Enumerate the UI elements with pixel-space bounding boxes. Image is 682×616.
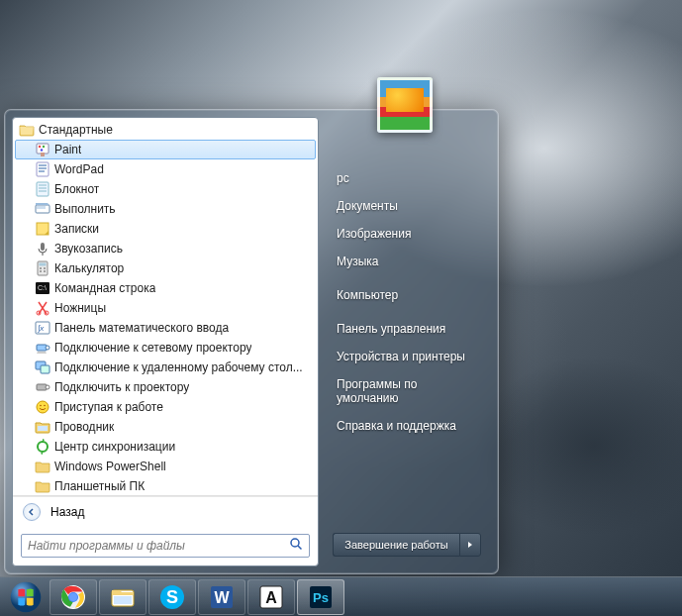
search-input[interactable] (28, 539, 289, 553)
program-item[interactable]: Калькулятор (15, 258, 316, 278)
right-panel-link[interactable]: Устройства и принтеры (333, 343, 481, 370)
shutdown-area: Завершение работы (333, 533, 481, 557)
folder-icon (35, 478, 50, 493)
program-label: Блокнот (54, 182, 99, 196)
program-item[interactable]: Подключить к проектору (15, 377, 316, 397)
mathinput-icon (35, 320, 50, 336)
shutdown-button[interactable]: Завершение работы (333, 533, 459, 557)
back-arrow-icon (23, 503, 41, 521)
windows-logo-icon (9, 580, 43, 614)
program-label: Планшетный ПК (54, 479, 145, 493)
search-area (13, 526, 318, 565)
right-panel-link[interactable]: Программы по умолчанию (333, 370, 481, 412)
program-item[interactable]: Командная строка (15, 278, 316, 298)
taskbar-skype-button[interactable] (148, 579, 196, 615)
sync-icon (35, 439, 50, 455)
start-button[interactable] (4, 579, 48, 615)
start-menu: Стандартные PaintWordPadБлокнотВыполнить… (4, 109, 499, 574)
projector-icon (35, 379, 50, 395)
user-picture[interactable] (377, 77, 433, 133)
programs-scroll[interactable]: Стандартные PaintWordPadБлокнотВыполнить… (15, 120, 316, 493)
program-item[interactable]: Звукозапись (15, 239, 316, 258)
netproj-icon (35, 340, 50, 356)
taskbar-chrome-button[interactable] (49, 579, 97, 615)
program-item[interactable]: Ножницы (15, 298, 316, 318)
program-label: Записки (54, 222, 99, 236)
start-menu-left-panel: Стандартные PaintWordPadБлокнотВыполнить… (12, 117, 319, 566)
program-item[interactable]: Подключение к сетевому проектору (15, 338, 316, 358)
program-item[interactable]: Блокнот (15, 179, 316, 199)
program-label: Звукозапись (54, 242, 123, 256)
run-icon (35, 201, 50, 217)
folder-icon (35, 459, 50, 474)
snip-icon (35, 300, 50, 316)
start-menu-right-panel: pc ДокументыИзображенияМузыкаКомпьютерПа… (319, 117, 491, 566)
programs-list: Стандартные PaintWordPadБлокнотВыполнить… (13, 118, 318, 496)
cmd-icon (35, 280, 50, 296)
wordpad-icon (35, 161, 50, 177)
right-panel-link[interactable]: Панель управления (333, 315, 481, 343)
program-item[interactable]: Подключение к удаленному рабочему стол..… (15, 358, 316, 377)
program-label: WordPad (54, 162, 104, 176)
program-item[interactable]: Панель математического ввода (15, 318, 316, 338)
program-label: Подключить к проектору (54, 380, 189, 394)
taskbar-explorer-button[interactable] (99, 579, 146, 615)
program-label: Paint (54, 143, 81, 156)
program-label: Командная строка (54, 281, 155, 295)
program-label: Проводник (54, 420, 114, 434)
explorer-icon (110, 584, 136, 610)
program-label: Панель математического ввода (54, 321, 229, 335)
back-button[interactable]: Назад (13, 496, 318, 526)
right-panel-link[interactable]: Изображения (333, 220, 481, 248)
program-folder-label: Стандартные (39, 123, 113, 137)
back-label: Назад (50, 505, 84, 519)
sticky-icon (35, 221, 50, 237)
right-panel-link[interactable]: Справка и поддержка (333, 412, 481, 440)
program-folder[interactable]: Планшетный ПК (15, 476, 316, 493)
photoshop-icon (308, 584, 334, 610)
program-label: Ножницы (54, 301, 106, 315)
generic-a-icon (258, 584, 284, 610)
search-box[interactable] (21, 534, 310, 558)
folder-open-icon (19, 122, 35, 138)
skype-icon (159, 584, 185, 610)
user-name-link[interactable]: pc (333, 164, 481, 192)
right-panel-link[interactable]: Музыка (333, 248, 481, 275)
program-label: Подключение к удаленному рабочему стол..… (54, 360, 303, 374)
right-panel-link[interactable]: Документы (333, 192, 481, 220)
program-label: Калькулятор (54, 261, 124, 275)
program-folder-open[interactable]: Стандартные (15, 120, 316, 140)
word-icon (209, 584, 235, 610)
taskbar-generic-a-button[interactable] (247, 579, 295, 615)
rdp-icon (35, 359, 50, 375)
program-item[interactable]: Проводник (15, 417, 316, 437)
svg-line-1 (298, 546, 302, 550)
svg-point-2 (11, 581, 42, 612)
program-label: Выполнить (54, 202, 116, 216)
shutdown-options-button[interactable] (459, 533, 481, 557)
paint-icon (35, 142, 50, 157)
svg-point-0 (291, 539, 299, 547)
program-label: Подключение к сетевому проектору (54, 341, 251, 355)
taskbar-photoshop-button[interactable] (297, 579, 344, 615)
program-label: Центр синхронизации (54, 440, 175, 454)
program-label: Приступая к работе (54, 400, 163, 414)
program-item[interactable]: Центр синхронизации (15, 437, 316, 457)
taskbar (0, 576, 682, 616)
taskbar-word-button[interactable] (198, 579, 245, 615)
program-label: Windows PowerShell (54, 460, 166, 473)
notepad-icon (35, 181, 50, 197)
right-panel-link[interactable]: Компьютер (333, 281, 481, 309)
soundrec-icon (35, 241, 50, 257)
program-item[interactable]: WordPad (15, 159, 316, 179)
calc-icon (35, 260, 50, 276)
program-item[interactable]: Paint (15, 140, 316, 159)
program-item[interactable]: Выполнить (15, 199, 316, 219)
search-icon (289, 537, 303, 555)
explorer-icon (35, 419, 50, 435)
program-item[interactable]: Записки (15, 219, 316, 239)
shutdown-label: Завершение работы (344, 539, 447, 551)
program-item[interactable]: Приступая к работе (15, 397, 316, 417)
program-folder[interactable]: Windows PowerShell (15, 457, 316, 476)
chrome-icon (60, 584, 86, 610)
